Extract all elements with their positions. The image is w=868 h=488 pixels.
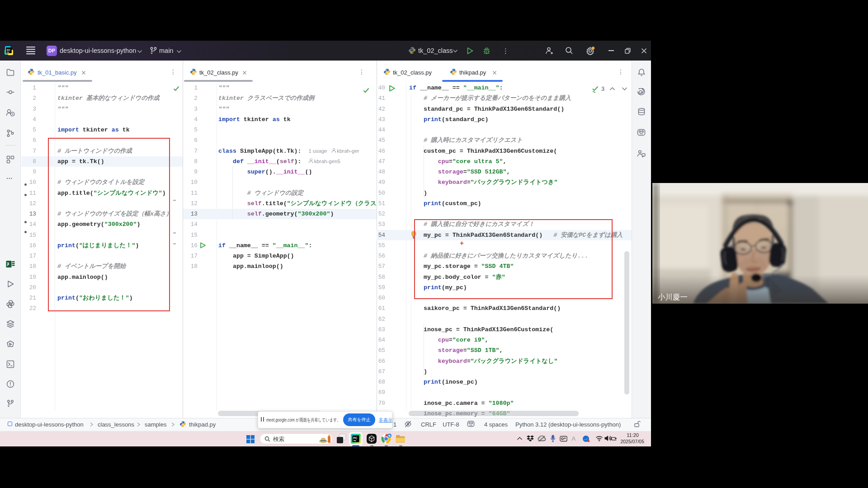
svg-text:PC: PC: [7, 49, 11, 52]
svg-text:小川慶一: 小川慶一: [658, 293, 688, 301]
svg-text:PC: PC: [354, 436, 358, 440]
